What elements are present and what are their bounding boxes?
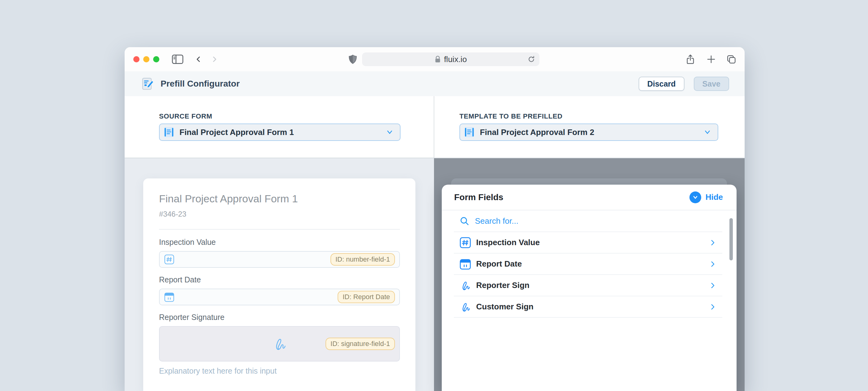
- chevron-right-icon: [709, 281, 717, 289]
- field-label: Reporter Signature: [159, 313, 400, 322]
- modal-header: Form Fields Hide: [442, 185, 737, 211]
- close-window-button[interactable]: [133, 56, 140, 62]
- chevron-down-icon: [703, 128, 711, 136]
- field-id-badge: ID: signature-field-1: [326, 338, 395, 350]
- modal-field-label: Inspection Value: [476, 238, 540, 247]
- shield-icon[interactable]: [347, 47, 359, 72]
- number-icon: [164, 254, 175, 265]
- signature-icon: [459, 280, 471, 291]
- screen: fluix.io: [0, 0, 868, 391]
- panel-divider: [434, 96, 434, 158]
- chevron-right-icon: [709, 303, 717, 311]
- modal-field-list: Inspection Value Report Date Reporter Si…: [454, 232, 722, 318]
- search-icon: [459, 216, 469, 226]
- address-bar[interactable]: fluix.io: [362, 52, 539, 66]
- hide-label: Hide: [706, 192, 723, 202]
- page-title: Prefill Configurator: [161, 79, 240, 89]
- field-id-badge: ID: number-field-1: [331, 253, 395, 266]
- hide-button[interactable]: Hide: [689, 192, 723, 203]
- lock-icon: [435, 55, 441, 63]
- template-form-label: TEMPLATE TO BE PREFILLED: [459, 112, 563, 120]
- modal-title: Form Fields: [454, 192, 503, 202]
- field-input[interactable]: ID: signature-field-1: [159, 326, 400, 362]
- reload-icon[interactable]: [527, 55, 536, 64]
- new-tab-icon[interactable]: [705, 47, 717, 72]
- form-fields-modal: Form Fields Hide Search for... Inspectio…: [442, 185, 737, 391]
- template-form-value: Final Project Approval Form 2: [480, 128, 594, 137]
- chevron-right-icon: [709, 260, 717, 268]
- form-number: #346-23: [159, 210, 400, 219]
- template-form-dropdown[interactable]: Final Project Approval Form 2: [459, 123, 718, 141]
- field-helper-text: Explanatory text here for this input: [159, 366, 400, 375]
- form-field: Inspection Value ID: number-field-1: [159, 238, 400, 268]
- source-form-dropdown[interactable]: Final Project Approval Form 1: [159, 123, 401, 141]
- source-form-value: Final Project Approval Form 1: [180, 128, 294, 137]
- field-label: Report Date: [159, 275, 400, 284]
- date-icon: [459, 258, 471, 270]
- search-placeholder: Search for...: [475, 216, 518, 226]
- form-preview-fields: Inspection Value ID: number-field-1 Repo…: [159, 238, 400, 375]
- app-header: Prefill Configurator Discard Save: [125, 72, 745, 97]
- save-button[interactable]: Save: [694, 77, 729, 91]
- forward-icon[interactable]: [208, 47, 221, 72]
- modal-field-label: Customer Sign: [476, 302, 533, 312]
- back-icon[interactable]: [192, 47, 205, 72]
- divider: [159, 229, 400, 230]
- number-icon: [459, 237, 471, 249]
- browser-toolbar: fluix.io: [125, 47, 745, 72]
- field-id-badge: ID: Report Date: [338, 291, 395, 303]
- field-input[interactable]: ID: number-field-1: [159, 251, 400, 268]
- chevron-right-icon: [709, 239, 717, 247]
- tab-overview-icon[interactable]: [725, 47, 738, 72]
- source-form-label: SOURCE FORM: [159, 112, 212, 120]
- prefill-configurator-icon: [141, 77, 155, 91]
- field-input[interactable]: ID: Report Date: [159, 288, 400, 305]
- modal-field-label: Report Date: [476, 259, 522, 269]
- url-text: fluix.io: [444, 55, 467, 64]
- form-preview-title: Final Project Approval Form 1: [159, 193, 400, 205]
- form-icon: [464, 127, 475, 138]
- modal-body: Search for... Inspection Value Report Da…: [454, 211, 722, 318]
- share-icon[interactable]: [684, 47, 696, 72]
- signature-icon: [459, 301, 471, 313]
- sidebar-toggle-icon[interactable]: [170, 47, 185, 72]
- chevron-down-circle-icon: [689, 192, 701, 203]
- minimize-window-button[interactable]: [143, 56, 149, 62]
- signature-icon: [272, 336, 287, 352]
- discard-button[interactable]: Discard: [639, 77, 684, 91]
- form-field: Reporter Signature ID: signature-field-1…: [159, 313, 400, 375]
- date-icon: [164, 292, 175, 302]
- form-field: Report Date ID: Report Date: [159, 275, 400, 305]
- scrollbar-thumb[interactable]: [730, 218, 733, 260]
- modal-field-item[interactable]: Customer Sign: [454, 296, 722, 318]
- modal-field-item[interactable]: Inspection Value: [454, 232, 722, 254]
- modal-field-item[interactable]: Reporter Sign: [454, 275, 722, 296]
- browser-window: fluix.io: [125, 47, 745, 391]
- form-icon: [163, 127, 175, 138]
- selection-strip: SOURCE FORM Final Project Approval Form …: [125, 96, 745, 158]
- search-input[interactable]: Search for...: [454, 211, 722, 232]
- field-label: Inspection Value: [159, 238, 400, 247]
- chevron-down-icon: [385, 128, 394, 136]
- form-preview-card: Final Project Approval Form 1 #346-23 In…: [143, 178, 415, 391]
- modal-field-label: Reporter Sign: [476, 281, 529, 290]
- modal-field-item[interactable]: Report Date: [454, 254, 722, 275]
- zoom-window-button[interactable]: [153, 56, 159, 62]
